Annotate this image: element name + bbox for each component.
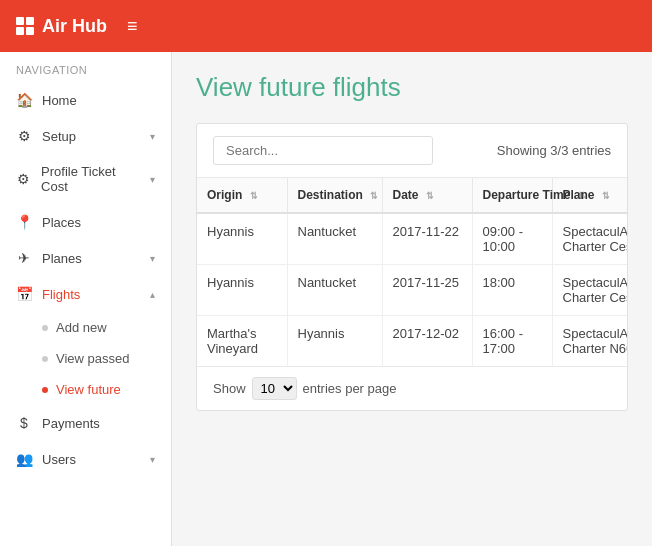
cell-date: 2017-11-25 xyxy=(382,265,472,316)
sidebar-item-payments[interactable]: $ Payments xyxy=(0,405,171,441)
cell-departure_time: 18:00 xyxy=(472,265,552,316)
nav-label: Navigation xyxy=(0,52,171,82)
cell-date: 2017-11-22 xyxy=(382,213,472,265)
sidebar-sub-view-passed[interactable]: View passed xyxy=(0,343,171,374)
col-header-date[interactable]: Date ⇅ xyxy=(382,178,472,213)
table-footer: Show 10 25 50 entries per page xyxy=(197,366,627,410)
cell-origin: Hyannis xyxy=(197,265,287,316)
table-row: HyannisNantucket2017-11-2209:00 - 10:00S… xyxy=(197,213,628,265)
sidebar-item-label: Places xyxy=(42,215,81,230)
setup-icon: ⚙ xyxy=(16,128,32,144)
cell-destination: Nantucket xyxy=(287,213,382,265)
cell-plane: SpectaculAir Air Charter Cessna 414A xyxy=(552,213,628,265)
flights-icon: 📅 xyxy=(16,286,32,302)
sidebar-sub-view-future[interactable]: View future xyxy=(0,374,171,405)
sidebar-item-label: Home xyxy=(42,93,77,108)
cell-origin: Martha's Vineyard xyxy=(197,316,287,367)
sidebar-item-label: Users xyxy=(42,452,76,467)
col-header-origin[interactable]: Origin ⇅ xyxy=(197,178,287,213)
col-header-destination[interactable]: Destination ⇅ xyxy=(287,178,382,213)
app-header: Air Hub ≡ xyxy=(0,0,652,52)
sidebar-item-setup[interactable]: ⚙ Setup ▾ xyxy=(0,118,171,154)
cell-origin: Hyannis xyxy=(197,213,287,265)
profile-icon: ⚙ xyxy=(16,171,31,187)
sort-icon: ⇅ xyxy=(250,191,258,201)
logo-icon xyxy=(16,17,34,35)
sidebar-item-places[interactable]: 📍 Places xyxy=(0,204,171,240)
sort-icon: ⇅ xyxy=(370,191,378,201)
cell-departure_time: 09:00 - 10:00 xyxy=(472,213,552,265)
cell-destination: Nantucket xyxy=(287,265,382,316)
cell-date: 2017-12-02 xyxy=(382,316,472,367)
page-title: View future flights xyxy=(196,72,628,103)
users-icon: 👥 xyxy=(16,451,32,467)
sidebar-item-label: Payments xyxy=(42,416,100,431)
sidebar-sub-label: Add new xyxy=(56,320,107,335)
sidebar-item-users[interactable]: 👥 Users ▾ xyxy=(0,441,171,477)
table-row: Martha's VineyardHyannis2017-12-0216:00 … xyxy=(197,316,628,367)
dot-icon xyxy=(42,387,48,393)
cell-destination: Hyannis xyxy=(287,316,382,367)
sidebar-item-label: Profile Ticket Cost xyxy=(41,164,140,194)
sidebar-item-label: Setup xyxy=(42,129,76,144)
search-input[interactable] xyxy=(213,136,433,165)
dot-icon xyxy=(42,325,48,331)
show-label: Show xyxy=(213,381,246,396)
sidebar-item-profile-ticket-cost[interactable]: ⚙ Profile Ticket Cost ▾ xyxy=(0,154,171,204)
col-header-departure-time[interactable]: Departure Time ⇅ xyxy=(472,178,552,213)
sidebar-sub-label: View future xyxy=(56,382,121,397)
sort-icon: ⇅ xyxy=(602,191,610,201)
payments-icon: $ xyxy=(16,415,32,431)
col-header-plane[interactable]: Plane ⇅ xyxy=(552,178,628,213)
sidebar-sub-add-new[interactable]: Add new xyxy=(0,312,171,343)
sidebar-item-home[interactable]: 🏠 Home xyxy=(0,82,171,118)
cell-departure_time: 16:00 - 17:00 xyxy=(472,316,552,367)
cell-plane: SpectaculAir Air Charter N660W xyxy=(552,316,628,367)
app-logo: Air Hub xyxy=(16,16,107,37)
sidebar-item-label: Planes xyxy=(42,251,82,266)
home-icon: 🏠 xyxy=(16,92,32,108)
hamburger-icon[interactable]: ≡ xyxy=(127,16,138,37)
per-page-suffix: entries per page xyxy=(303,381,397,396)
flights-table-container: Showing 3/3 entries Origin ⇅ Destination… xyxy=(196,123,628,411)
showing-entries-text: Showing 3/3 entries xyxy=(497,143,611,158)
sort-icon: ⇅ xyxy=(426,191,434,201)
chevron-down-icon: ▾ xyxy=(150,174,155,185)
chevron-down-icon: ▾ xyxy=(150,131,155,142)
sidebar-item-planes[interactable]: ✈ Planes ▾ xyxy=(0,240,171,276)
per-page-select[interactable]: 10 25 50 xyxy=(252,377,297,400)
main-layout: Navigation 🏠 Home ⚙ Setup ▾ ⚙ Profile Ti… xyxy=(0,52,652,546)
sidebar: Navigation 🏠 Home ⚙ Setup ▾ ⚙ Profile Ti… xyxy=(0,52,172,546)
dot-icon xyxy=(42,356,48,362)
app-title: Air Hub xyxy=(42,16,107,37)
main-content: View future flights Showing 3/3 entries … xyxy=(172,52,652,546)
chevron-down-icon: ▾ xyxy=(150,454,155,465)
table-row: HyannisNantucket2017-11-2518:00Spectacul… xyxy=(197,265,628,316)
places-icon: 📍 xyxy=(16,214,32,230)
planes-icon: ✈ xyxy=(16,250,32,266)
sidebar-item-flights[interactable]: 📅 Flights ▴ xyxy=(0,276,171,312)
sidebar-sub-label: View passed xyxy=(56,351,129,366)
sidebar-item-label: Flights xyxy=(42,287,80,302)
cell-plane: SpectaculAir Air Charter Cessna 414A xyxy=(552,265,628,316)
table-header-row: Origin ⇅ Destination ⇅ Date ⇅ Departur xyxy=(197,178,628,213)
chevron-up-icon: ▴ xyxy=(150,289,155,300)
flights-table: Origin ⇅ Destination ⇅ Date ⇅ Departur xyxy=(197,178,628,366)
table-toolbar: Showing 3/3 entries xyxy=(197,124,627,178)
chevron-down-icon: ▾ xyxy=(150,253,155,264)
